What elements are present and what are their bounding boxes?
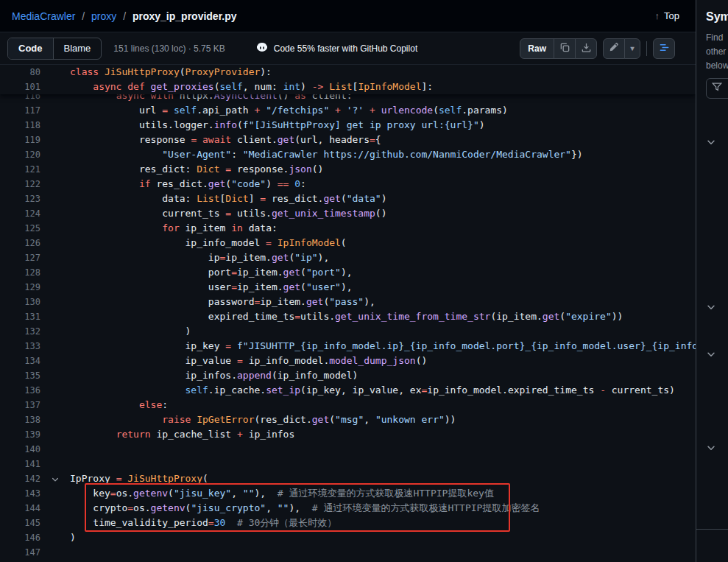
line-number[interactable]: 137 <box>0 398 40 412</box>
code-lines: 116 async with httpx.AsyncClient() as cl… <box>0 88 696 560</box>
symbol-expand-chevron-icon[interactable] <box>706 443 718 454</box>
line-number[interactable]: 146 <box>0 530 40 545</box>
code-line: 117 url = self.api_path + "/fetchips" + … <box>0 103 696 118</box>
github-file-view: MediaCrawler / proxy / proxy_ip_provider… <box>0 0 728 562</box>
edit-dropdown-button[interactable]: ▾ <box>624 38 640 59</box>
tab-code[interactable]: Code <box>8 38 54 59</box>
code-token: # 通过环境变量的方式获取极速HTTPIP提取加密签名 <box>312 502 540 513</box>
line-number[interactable]: 120 <box>0 147 40 162</box>
line-number[interactable]: 118 <box>0 118 40 133</box>
code-token: = <box>225 340 231 351</box>
code-text: class JiSuHttpProxy(ProxyProvider): <box>70 66 272 77</box>
breadcrumb-repo-link[interactable]: MediaCrawler <box>12 10 75 22</box>
code-token: -> <box>312 81 324 92</box>
code-token: "unkown err" <box>375 414 445 425</box>
line-number[interactable]: 144 <box>0 501 40 516</box>
symbols-filter-input[interactable] <box>706 78 728 99</box>
code-token: (ip_info_model) <box>272 370 358 381</box>
symbol-expand-chevron-icon[interactable] <box>706 302 718 314</box>
line-number[interactable]: 135 <box>0 368 40 383</box>
code-line: 142IpProxy = JiSuHttpProxy( <box>0 471 696 486</box>
breadcrumb-folder-link[interactable]: proxy <box>91 10 116 22</box>
line-number[interactable]: 126 <box>0 236 40 250</box>
code-token: ip_item. <box>260 296 306 307</box>
code-token: response <box>70 134 191 145</box>
line-number[interactable]: 141 <box>0 457 40 471</box>
line-number[interactable]: 129 <box>0 280 40 295</box>
code-token: os. <box>116 488 133 499</box>
line-number[interactable]: 139 <box>0 427 40 442</box>
symbols-panel-toggle[interactable] <box>653 38 675 59</box>
code-token: : <box>231 149 243 160</box>
code-text: url = self.api_path + "/fetchips" + '?' … <box>70 105 508 116</box>
raw-button[interactable]: Raw <box>520 38 554 59</box>
code-token <box>260 105 266 116</box>
symbols-panel-description: Find other below <box>696 24 728 73</box>
line-number[interactable]: 119 <box>0 133 40 147</box>
tab-blame[interactable]: Blame <box>54 38 102 59</box>
line-number[interactable]: 133 <box>0 339 40 354</box>
code-token: 30 <box>214 517 226 528</box>
code-token: (res_dict. <box>254 414 311 425</box>
line-number[interactable]: 143 <box>0 486 40 501</box>
code-token: ), <box>341 281 353 292</box>
code-token: = <box>294 311 300 322</box>
code-token: port <box>70 267 231 278</box>
line-number[interactable]: 131 <box>0 309 40 324</box>
code-token: set_ip <box>266 384 300 396</box>
code-token: ( <box>341 237 347 248</box>
line-number[interactable]: 145 <box>0 516 40 530</box>
fold-chevron-icon[interactable] <box>40 471 70 486</box>
code-token: 0 <box>294 178 300 189</box>
code-line: 134 ip_value = ip_info_model.model_dump_… <box>0 354 696 368</box>
code-token: get <box>323 193 340 204</box>
line-number[interactable]: 142 <box>0 471 40 486</box>
line-number[interactable]: 134 <box>0 354 40 368</box>
file-info: 151 lines (130 loc) · 5.75 KB <box>113 43 225 54</box>
copilot-banner-link[interactable]: Code 55% faster with GitHub Copilot <box>256 41 417 55</box>
edit-button[interactable] <box>603 38 625 59</box>
line-number[interactable]: 123 <box>0 192 40 206</box>
line-number[interactable]: 140 <box>0 442 40 457</box>
code-token: ) <box>266 178 278 189</box>
line-number[interactable]: 147 <box>0 545 40 560</box>
scroll-to-top-button[interactable]: ↑ Top <box>651 10 684 22</box>
code-token: ip_info_model. <box>243 355 329 366</box>
symbol-expand-chevron-icon[interactable] <box>706 349 718 361</box>
code-token: ( <box>214 81 220 92</box>
code-token: ip_value <box>70 355 237 366</box>
symbol-expand-chevron-icon[interactable] <box>706 137 718 149</box>
code-token: (url, headers <box>294 134 370 145</box>
code-token: "port" <box>306 267 341 278</box>
code-token <box>70 399 139 410</box>
line-number[interactable]: 121 <box>0 162 40 177</box>
download-button[interactable] <box>575 38 597 59</box>
code-token: IpGetError <box>197 414 254 425</box>
line-number[interactable]: 124 <box>0 206 40 221</box>
code-token: "/fetchips" <box>266 105 329 116</box>
code-token: ( <box>225 178 231 189</box>
code-line: 126 ip_info_model = IpInfoModel( <box>0 236 696 250</box>
line-number[interactable]: 128 <box>0 265 40 280</box>
code-token <box>70 384 185 396</box>
code-token: int <box>283 81 300 92</box>
line-number[interactable]: 101 <box>0 80 40 94</box>
line-number[interactable]: 138 <box>0 412 40 427</box>
line-number[interactable]: 136 <box>0 383 40 398</box>
copy-raw-content-button[interactable] <box>554 38 576 59</box>
code-text: ) <box>70 326 191 337</box>
line-number[interactable]: 122 <box>0 177 40 192</box>
line-number[interactable]: 80 <box>0 65 40 80</box>
line-number[interactable]: 130 <box>0 295 40 309</box>
code-token: self <box>174 105 197 116</box>
code-token: "User-Agent" <box>162 149 231 160</box>
code-token: getenv <box>133 488 168 499</box>
line-number[interactable]: 127 <box>0 250 40 265</box>
line-number[interactable]: 132 <box>0 324 40 339</box>
code-token: ), <box>341 267 353 278</box>
line-number[interactable]: 125 <box>0 221 40 236</box>
line-number[interactable]: 117 <box>0 103 40 118</box>
code-line: 127 ip=ip_item.get("ip"), <box>0 250 696 265</box>
symbols-panel-title: Sym <box>696 0 728 24</box>
code-token: data: <box>243 222 278 233</box>
